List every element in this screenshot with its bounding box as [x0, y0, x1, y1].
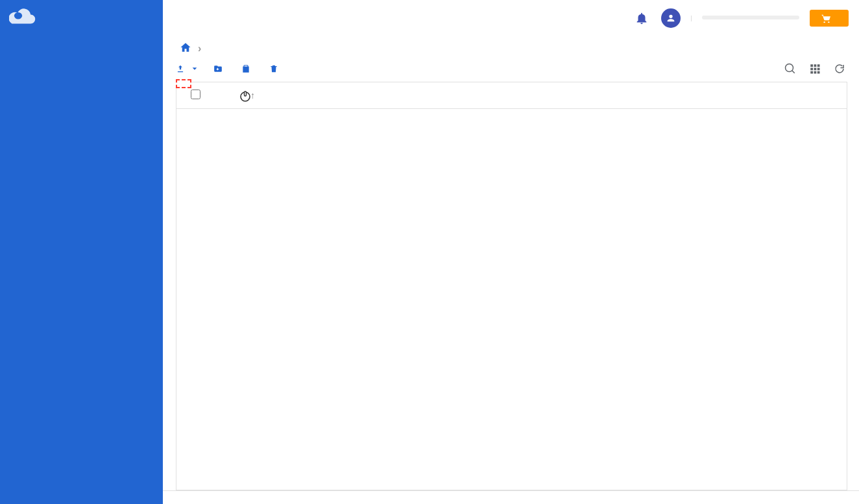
upgrade-button[interactable]	[810, 10, 849, 27]
table-header: ↑	[176, 82, 847, 109]
main-panel: ›	[163, 0, 859, 504]
cloud-logo-icon	[9, 5, 36, 31]
svg-rect-3	[817, 64, 820, 67]
remote-upload-dropdown-item[interactable]	[176, 79, 191, 88]
upload-icon	[176, 64, 185, 73]
select-all-checkbox[interactable]	[191, 90, 200, 99]
folder-plus-icon	[213, 64, 223, 73]
svg-rect-9	[817, 71, 820, 74]
svg-rect-6	[817, 68, 820, 71]
traffic-bar	[702, 16, 799, 19]
search-icon[interactable]	[784, 62, 797, 75]
topbar	[163, 0, 859, 36]
cursor-icon	[239, 90, 251, 104]
upload-file-button[interactable]	[176, 64, 198, 73]
breadcrumb-separator: ›	[198, 43, 201, 54]
svg-rect-1	[810, 64, 813, 67]
refresh-icon[interactable]	[833, 62, 846, 75]
cart-icon	[821, 14, 832, 23]
grid-view-icon[interactable]	[808, 62, 821, 75]
svg-rect-2	[814, 64, 817, 67]
sidebar-section-common	[0, 39, 163, 49]
trash-icon	[269, 64, 278, 73]
svg-rect-11	[245, 91, 247, 96]
paste-icon	[241, 64, 250, 73]
column-name-header[interactable]: ↑	[247, 90, 627, 101]
trash-button[interactable]	[269, 64, 282, 73]
sidebar	[0, 0, 163, 504]
file-list-panel: ↑	[176, 82, 847, 490]
svg-rect-7	[810, 71, 813, 74]
status-bar	[163, 490, 859, 504]
sidebar-section-drives	[0, 49, 163, 60]
svg-point-0	[14, 12, 22, 19]
user-avatar[interactable]	[661, 8, 681, 28]
new-folder-button[interactable]	[213, 64, 226, 73]
chevron-down-icon	[191, 66, 198, 72]
toolbar	[163, 58, 859, 82]
home-icon[interactable]	[180, 42, 191, 56]
sort-asc-icon: ↑	[250, 90, 255, 101]
svg-rect-5	[814, 68, 817, 71]
paste-button[interactable]	[241, 64, 254, 73]
traffic-meter	[691, 16, 799, 21]
svg-rect-4	[810, 68, 813, 71]
breadcrumb: ›	[163, 36, 859, 58]
svg-rect-8	[814, 71, 817, 74]
notifications-icon[interactable]	[633, 9, 651, 27]
logo[interactable]	[0, 0, 163, 39]
